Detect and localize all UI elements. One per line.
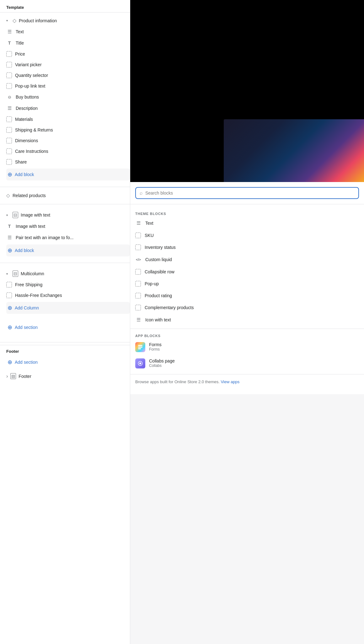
theme-pop-up-option[interactable]: Pop-up — [130, 278, 364, 290]
theme-inventory-status-option[interactable]: Inventory status — [130, 241, 364, 253]
price-block-item[interactable]: Price — [6, 49, 130, 59]
pair-text-item[interactable]: ☰ Pair text with an image to fo... — [6, 232, 130, 243]
image-with-text-section-label: Image with text — [21, 212, 50, 217]
theme-sku-option[interactable]: SKU — [130, 229, 364, 241]
hassle-free-exchanges-dashed-icon — [6, 292, 12, 298]
product-information-section: ▾ ◇ Product information ☰ Text T Title P… — [0, 13, 130, 184]
search-container: ⌕ — [130, 182, 364, 204]
template-title: Template — [6, 5, 24, 10]
popup-link-text-block-label: Pop-up link text — [15, 83, 46, 89]
care-instructions-block-item[interactable]: Care Instructions — [6, 146, 130, 157]
product-information-header[interactable]: ▾ ◇ Product information — [0, 15, 130, 26]
theme-text-option[interactable]: ☰ Text — [130, 217, 364, 229]
image-with-text-title-label: Image with text — [16, 224, 45, 229]
shipping-returns-dashed-icon — [6, 127, 12, 133]
buy-buttons-block-label: Buy buttons — [16, 94, 39, 99]
theme-product-rating-option[interactable]: Product rating — [130, 290, 364, 302]
collabs-app-sub: Collabs — [149, 363, 175, 368]
related-products-section[interactable]: ◇ Related products — [0, 190, 130, 201]
app-collabs-option[interactable]: Collabs page Collabs — [130, 355, 364, 372]
divider-4 — [0, 342, 130, 342]
blocks-panel: THEME BLOCKS ☰ Text SKU Inventory status… — [130, 204, 364, 394]
multicolumn-label: Multicolumn — [21, 271, 44, 276]
search-input-wrapper[interactable]: ⌕ — [135, 187, 359, 199]
template-header: Template — [0, 0, 130, 13]
code-icon: </> — [135, 256, 142, 263]
app-forms-option[interactable]: Forms Forms — [130, 339, 364, 355]
care-instructions-dashed-icon — [6, 148, 12, 154]
popup-link-text-block-item[interactable]: Pop-up link text — [6, 81, 130, 91]
sku-label: SKU — [145, 233, 154, 238]
search-input[interactable] — [145, 191, 355, 196]
free-shipping-label: Free Shipping — [15, 282, 42, 287]
image-with-text-section-icon: ⊟ — [13, 212, 18, 218]
chevron-down-icon: ▾ — [6, 19, 10, 22]
dimensions-block-item[interactable]: Dimensions — [6, 135, 130, 146]
price-block-label: Price — [15, 51, 25, 56]
product-rating-dashed-icon — [135, 293, 141, 298]
variant-picker-block-item[interactable]: Variant picker — [6, 59, 130, 70]
image-with-text-section: ▾ ⊟ Image with text T Image with text ☰ … — [0, 207, 130, 260]
materials-block-item[interactable]: Materials — [6, 114, 130, 125]
add-column-button[interactable]: ⊕ Add Column — [6, 302, 130, 314]
right-panel: ⌕ THEME BLOCKS ☰ Text SKU Inventory stat… — [130, 0, 364, 644]
description-block-label: Description — [16, 106, 38, 111]
footer-chevron-right-icon: › — [6, 373, 8, 379]
theme-collapsible-row-option[interactable]: Collapsible row — [130, 266, 364, 278]
image-with-text-add-block-button[interactable]: ⊕ Add block — [6, 244, 130, 256]
divider-2 — [0, 204, 130, 204]
footer-add-section-plus-icon: ⊕ — [8, 359, 12, 366]
buy-buttons-block-item[interactable]: ⊖ Buy buttons — [6, 91, 130, 103]
theme-icon-with-text-option[interactable]: ☰ Icon with text — [130, 314, 364, 326]
share-block-item[interactable]: Share — [6, 157, 130, 167]
theme-complementary-products-option[interactable]: Complementary products — [130, 302, 364, 314]
left-panel: Template ▾ ◇ Product information ☰ Text … — [0, 0, 130, 644]
description-block-item[interactable]: ☰ Description — [6, 103, 130, 114]
view-apps-link[interactable]: View apps — [221, 379, 239, 384]
forms-app-name: Forms — [149, 342, 162, 347]
theme-blocks-category: THEME BLOCKS — [130, 209, 364, 217]
footer-section: Footer ⊕ Add section › ▤ Footer — [0, 345, 130, 385]
theme-custom-liquid-option[interactable]: </> Custom liquid — [130, 253, 364, 266]
multicolumn-items: Free Shipping Hassle-Free Exchanges ⊕ Ad… — [0, 279, 130, 314]
collabs-app-name: Collabs page — [149, 358, 175, 363]
footer-add-section-button[interactable]: ⊕ Add section — [6, 356, 124, 368]
free-shipping-item[interactable]: Free Shipping — [6, 279, 130, 290]
free-shipping-dashed-icon — [6, 282, 12, 287]
multicolumn-chevron-icon: ▾ — [6, 272, 10, 276]
image-with-text-header[interactable]: ▾ ⊟ Image with text — [0, 209, 130, 221]
divider-3 — [0, 263, 130, 263]
shipping-returns-block-item[interactable]: Shipping & Returns — [6, 125, 130, 135]
pair-text-label: Pair text with an image to fo... — [16, 235, 73, 240]
hassle-free-exchanges-item[interactable]: Hassle-Free Exchanges — [6, 290, 130, 301]
add-section-plus-icon: ⊕ — [8, 324, 12, 331]
title-block-item[interactable]: T Title — [6, 37, 130, 49]
quantity-selector-block-item[interactable]: Quantity selector — [6, 70, 130, 81]
materials-block-label: Materials — [15, 117, 33, 122]
svg-rect-2 — [138, 348, 141, 349]
custom-liquid-label: Custom liquid — [145, 257, 172, 262]
icon-with-text-lines-icon: ☰ — [135, 317, 142, 323]
product-information-label: Product information — [19, 18, 57, 23]
multicolumn-section-icon: ⊟ — [13, 271, 18, 277]
shipping-returns-block-label: Shipping & Returns — [15, 127, 53, 132]
complementary-products-label: Complementary products — [145, 305, 194, 310]
image-with-text-title-item[interactable]: T Image with text — [6, 221, 130, 232]
add-section-button[interactable]: ⊕ Add section — [6, 321, 124, 333]
add-block-button[interactable]: ⊕ Add block — [6, 169, 130, 180]
collabs-app-info: Collabs page Collabs — [149, 358, 175, 368]
text-block-item[interactable]: ☰ Text — [6, 26, 130, 37]
theme-text-label: Text — [145, 221, 153, 226]
title-block-label: Title — [16, 40, 24, 46]
multicolumn-header[interactable]: ▾ ⊟ Multicolumn — [0, 268, 130, 279]
lines-icon: ☰ — [6, 29, 13, 35]
app-blocks-category: APP BLOCKS — [130, 331, 364, 339]
svg-point-4 — [139, 362, 141, 364]
image-with-text-add-block-label: Add block — [15, 248, 34, 253]
inventory-status-dashed-icon — [135, 244, 141, 250]
add-column-label: Add Column — [15, 305, 39, 310]
footer-item[interactable]: › ▤ Footer — [6, 371, 124, 382]
image-add-plus-icon: ⊕ — [8, 247, 12, 254]
image-with-text-chevron-icon: ▾ — [6, 213, 10, 217]
theme-text-lines-icon: ☰ — [135, 220, 142, 226]
